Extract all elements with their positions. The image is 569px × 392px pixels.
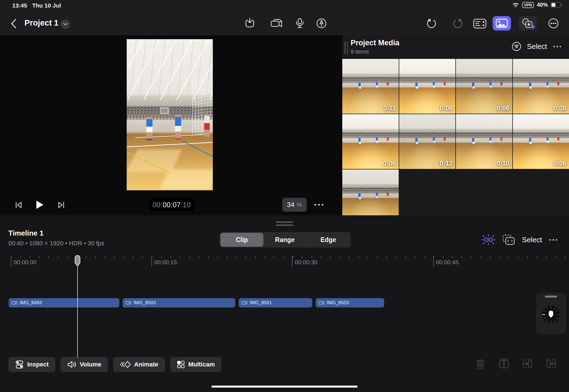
- media-thumbnail[interactable]: 0:06: [342, 114, 399, 169]
- import-icon[interactable]: [245, 18, 254, 28]
- video-clip-icon: [11, 301, 18, 305]
- record-video-icon[interactable]: [271, 19, 283, 28]
- animate-icon: [120, 360, 131, 369]
- timeline-resize-handle[interactable]: [276, 221, 293, 228]
- clip-duration: 0:08: [553, 104, 566, 112]
- battery-percent: 40%: [537, 2, 548, 8]
- media-thumbnail[interactable]: 0:06: [513, 114, 569, 169]
- media-thumbnail[interactable]: 0:12: [399, 114, 456, 169]
- trim-start-icon[interactable]: [521, 358, 534, 370]
- trim-end-icon[interactable]: [545, 358, 557, 370]
- media-thumbnail[interactable]: 0:08: [399, 59, 456, 114]
- project-media-panel: Project Media 9 Items Select 0:11 0:08 0…: [342, 35, 569, 215]
- timeline-track: IMG_8493 IMG_8503 IMG_8501 IMG_8503: [0, 298, 569, 308]
- viewer-panel: 00:00:07:10 34%: [0, 35, 340, 215]
- home-indicator[interactable]: [211, 386, 358, 388]
- timeline-select-button[interactable]: Select: [522, 236, 542, 244]
- ruler-label: 00:00:45: [436, 259, 459, 266]
- viewer-more-icon[interactable]: [313, 198, 324, 212]
- ruler-label: 00:00:15: [154, 259, 177, 266]
- timecode-frames: :10: [181, 201, 191, 209]
- ruler-label: 00:00:30: [295, 259, 318, 266]
- timeline-clip[interactable]: IMG_8501: [238, 298, 313, 308]
- video-clip-icon: [241, 301, 248, 305]
- preview-art-basketball-hoop: [160, 108, 169, 114]
- media-thumbnail[interactable]: 0:11: [342, 59, 399, 114]
- ruler-gridline: [11, 256, 11, 267]
- photo-icon: [496, 19, 508, 28]
- media-thumbnail-grid: 0:11 0:08 0:06 0:08 0:06 0:12 0:10 0:06: [342, 59, 569, 215]
- jog-wheel-panel: [536, 293, 566, 334]
- overwrite-clip-icon[interactable]: [502, 234, 515, 246]
- edit-mode-segmented-control: Clip Range Edge: [219, 232, 351, 248]
- play-button[interactable]: [36, 200, 44, 209]
- timeline-clip[interactable]: IMG_8503: [122, 298, 236, 308]
- volume-button[interactable]: Volume: [60, 357, 108, 372]
- timecode-main: 00:07: [163, 201, 181, 209]
- skip-to-start-icon[interactable]: [14, 201, 23, 209]
- playhead-handle[interactable]: [74, 254, 81, 267]
- video-clip-icon: [318, 301, 325, 305]
- media-more-icon[interactable]: [553, 46, 562, 47]
- clip-duration: 0:08: [440, 104, 453, 112]
- project-title[interactable]: Project 1: [24, 18, 59, 28]
- multicam-button[interactable]: Multicam: [170, 357, 221, 372]
- jog-wheel[interactable]: [542, 305, 560, 324]
- filter-icon[interactable]: [511, 41, 521, 51]
- project-dropdown-button[interactable]: [61, 19, 70, 29]
- media-thumbnail[interactable]: 0:08: [513, 59, 569, 114]
- button-label: Inspect: [27, 361, 49, 368]
- redo-icon[interactable]: [452, 18, 463, 29]
- media-thumbnail[interactable]: [342, 169, 399, 215]
- top-toolbar: Project 1: [0, 11, 569, 35]
- zoom-level-control[interactable]: 34%: [282, 198, 307, 212]
- clip-tools-bar: Inspect Volume Animate: [8, 357, 221, 372]
- timeline-ruler[interactable]: [11, 256, 569, 258]
- media-thumbnail[interactable]: 0:10: [456, 114, 512, 169]
- timeline-more-icon[interactable]: [549, 239, 558, 241]
- preview-art-player: [204, 114, 210, 137]
- timeline-clip[interactable]: IMG_8493: [8, 298, 120, 308]
- inspector-icon[interactable]: [473, 19, 486, 29]
- jog-drag-handle[interactable]: [545, 296, 557, 298]
- video-clip-icon: [125, 301, 131, 305]
- zoom-value: 34: [287, 201, 295, 209]
- effects-button[interactable]: [518, 16, 537, 31]
- ruler-gridline: [151, 256, 152, 267]
- inspect-button[interactable]: Inspect: [8, 357, 55, 372]
- timeline-title: Timeline 1: [8, 229, 44, 238]
- clip-name: IMG_8503: [134, 300, 156, 306]
- timecode-hours: 00:: [153, 201, 163, 209]
- delete-clip-icon[interactable]: [474, 358, 486, 370]
- tab-range[interactable]: Range: [263, 233, 306, 247]
- media-panel-title: Project Media: [351, 39, 400, 47]
- video-preview[interactable]: [127, 39, 213, 190]
- media-browser-button[interactable]: [493, 16, 511, 31]
- pencil-draw-icon[interactable]: [316, 18, 327, 29]
- skip-to-end-icon[interactable]: [57, 201, 65, 209]
- media-thumbnail[interactable]: 0:06: [456, 59, 512, 114]
- media-select-button[interactable]: Select: [527, 42, 547, 51]
- split-at-playhead-icon[interactable]: [498, 358, 510, 370]
- ruler-gridline: [433, 256, 434, 267]
- back-button[interactable]: [10, 18, 17, 29]
- timeline-clip[interactable]: IMG_8503: [315, 298, 385, 308]
- timecode-display[interactable]: 00:00:07:10: [150, 198, 194, 212]
- zoom-unit: %: [297, 201, 302, 208]
- clip-duration: 0:10: [496, 160, 509, 167]
- clip-name: IMG_8503: [327, 300, 349, 306]
- animate-button[interactable]: Animate: [113, 357, 165, 372]
- ruler-gridline: [292, 256, 293, 267]
- microphone-icon[interactable]: [295, 18, 305, 28]
- tab-edge[interactable]: Edge: [307, 233, 350, 247]
- more-options-icon[interactable]: [548, 18, 559, 29]
- clip-duration: 0:12: [440, 160, 453, 167]
- wifi-icon: [512, 2, 519, 8]
- fcp-ipad-app: 13:45 Thu 10 Jul VPN 40% Project 1: [0, 0, 569, 392]
- clip-duration: 0:06: [553, 160, 566, 167]
- split-clip-icon[interactable]: [481, 234, 495, 246]
- panel-drag-handle[interactable]: [345, 41, 348, 54]
- undo-icon[interactable]: [426, 18, 437, 29]
- media-item-count: 9 Items: [351, 49, 369, 55]
- tab-clip[interactable]: Clip: [220, 233, 263, 247]
